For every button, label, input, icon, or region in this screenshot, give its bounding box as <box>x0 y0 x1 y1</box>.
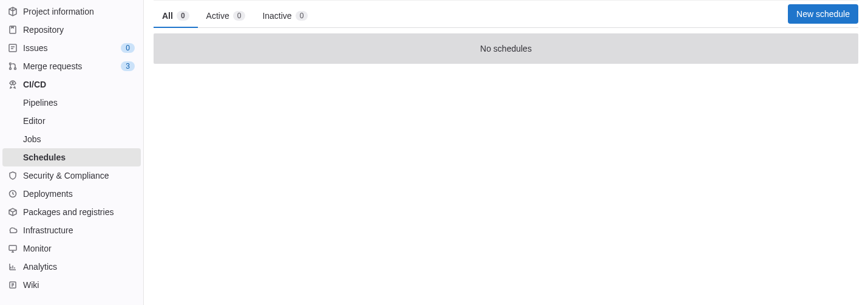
tab-count-badge: 0 <box>177 11 189 21</box>
tab-label: Inactive <box>262 11 291 21</box>
sidebar-item-project-information[interactable]: Project information <box>0 2 143 21</box>
sidebar-item-label: Repository <box>23 25 135 35</box>
svg-point-4 <box>15 68 16 70</box>
sidebar-item-label: Security & Compliance <box>23 171 135 180</box>
repository-icon <box>8 25 18 35</box>
sidebar-subitem-pipelines[interactable]: Pipelines <box>0 94 143 112</box>
sidebar-item-packages[interactable]: Packages and registries <box>0 203 143 221</box>
sidebar-subitem-label: Editor <box>23 116 46 126</box>
tab-count-badge: 0 <box>233 11 246 21</box>
tab-active[interactable]: Active 0 <box>198 4 254 27</box>
sidebar-item-merge-requests[interactable]: Merge requests 3 <box>0 57 143 75</box>
tab-inactive[interactable]: Inactive 0 <box>254 4 316 27</box>
package-icon <box>8 207 18 217</box>
svg-point-3 <box>10 68 12 70</box>
wiki-icon <box>8 280 18 290</box>
sidebar: Project information Repository Issues 0 … <box>0 0 144 305</box>
tab-label: Active <box>206 11 229 21</box>
sidebar-item-label: Monitor <box>23 244 135 253</box>
sidebar-item-repository[interactable]: Repository <box>0 21 143 39</box>
project-info-icon <box>8 7 18 16</box>
sidebar-item-label: Packages and registries <box>23 207 135 217</box>
shield-icon <box>8 171 18 180</box>
sidebar-item-wiki[interactable]: Wiki <box>0 276 143 294</box>
monitor-icon <box>8 244 18 253</box>
tab-all[interactable]: All 0 <box>154 4 198 27</box>
infrastructure-icon <box>8 225 18 235</box>
empty-state: No schedules <box>154 33 858 64</box>
tabs-row: All 0 Active 0 Inactive 0 New schedule <box>154 0 858 28</box>
sidebar-item-label: Merge requests <box>23 61 121 71</box>
tab-label: All <box>162 11 173 21</box>
merge-requests-count-badge: 3 <box>121 61 135 71</box>
rocket-icon <box>8 80 18 89</box>
analytics-icon <box>8 262 18 272</box>
sidebar-item-label: Deployments <box>23 189 135 199</box>
deployments-icon <box>8 189 18 199</box>
sidebar-item-label: Infrastructure <box>23 225 135 235</box>
sidebar-item-label: Wiki <box>23 280 135 290</box>
tab-count-badge: 0 <box>296 11 308 21</box>
issues-count-badge: 0 <box>121 43 135 53</box>
sidebar-item-label: Issues <box>23 43 121 53</box>
svg-point-5 <box>12 82 13 83</box>
sidebar-item-label: CI/CD <box>23 80 135 89</box>
sidebar-item-cicd[interactable]: CI/CD <box>0 75 143 94</box>
sidebar-item-issues[interactable]: Issues 0 <box>0 39 143 57</box>
sidebar-item-deployments[interactable]: Deployments <box>0 185 143 203</box>
sidebar-subitem-label: Schedules <box>23 152 66 162</box>
sidebar-item-analytics[interactable]: Analytics <box>0 258 143 276</box>
merge-requests-icon <box>8 61 18 71</box>
sidebar-subitem-jobs[interactable]: Jobs <box>0 130 143 148</box>
sidebar-item-security[interactable]: Security & Compliance <box>0 166 143 185</box>
schedule-tabs: All 0 Active 0 Inactive 0 <box>154 4 788 27</box>
sidebar-subitem-schedules[interactable]: Schedules <box>2 148 141 166</box>
sidebar-subitem-editor[interactable]: Editor <box>0 112 143 130</box>
empty-state-text: No schedules <box>480 44 532 53</box>
svg-rect-1 <box>9 44 16 52</box>
sidebar-item-label: Analytics <box>23 262 135 272</box>
sidebar-subitem-label: Pipelines <box>23 98 58 108</box>
sidebar-subitem-label: Jobs <box>23 134 41 144</box>
sidebar-item-monitor[interactable]: Monitor <box>0 239 143 258</box>
new-schedule-button[interactable]: New schedule <box>788 4 858 24</box>
issues-icon <box>8 43 18 53</box>
main-content: All 0 Active 0 Inactive 0 New schedule N… <box>144 0 868 305</box>
svg-point-2 <box>10 63 12 65</box>
sidebar-item-label: Project information <box>23 7 135 16</box>
svg-rect-7 <box>9 245 16 250</box>
sidebar-item-infrastructure[interactable]: Infrastructure <box>0 221 143 239</box>
